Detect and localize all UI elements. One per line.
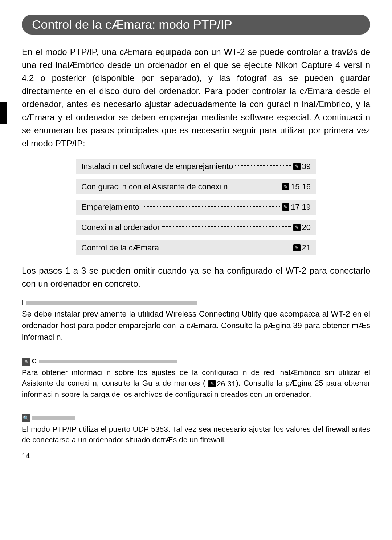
intro-paragraph: En el modo PTP/IP, una cÆmara equipada c…: [22, 45, 370, 150]
leader-dots: [230, 186, 280, 186]
side-tab: [0, 102, 7, 124]
step-row: Instalaci n del software de emparejamien…: [76, 159, 316, 174]
step-label: Con guraci n con el Asistente de conexi …: [81, 182, 228, 192]
page-title: Control de la cÆmara: modo PTP/IP: [22, 15, 370, 35]
step-pages: 21: [302, 243, 311, 253]
step-pages: 39: [302, 162, 311, 171]
note2-ref-pages: 26 31: [217, 378, 236, 389]
step-row: Control de la cÆmara ✎ 21: [76, 240, 316, 255]
page-ref-icon: ✎: [293, 163, 301, 170]
inline-page-ref: ✎ 26 31: [208, 378, 236, 389]
heading-rule: [32, 416, 75, 420]
step-pageref: ✎ 39: [293, 162, 311, 171]
step-label: Conexi n al ordenador: [81, 223, 160, 232]
step-row: Conexi n al ordenador ✎ 20: [76, 220, 316, 235]
note1-label: I: [22, 299, 24, 307]
note1-body: Se debe instalar previamente la utilidad…: [22, 308, 370, 343]
pencil-icon: ✎: [22, 358, 30, 366]
page-ref-icon: ✎: [282, 203, 289, 211]
note2-label: C: [32, 358, 37, 365]
step-row: Con guraci n con el Asistente de conexi …: [76, 179, 316, 194]
steps-list: Instalaci n del software de emparejamien…: [76, 159, 316, 255]
magnifier-icon: 🔍: [22, 414, 30, 422]
note1-heading: I: [22, 299, 370, 307]
note2-heading: ✎ C: [22, 358, 370, 366]
leader-dots: [162, 226, 291, 227]
leader-dots: [235, 165, 291, 166]
page-ref-icon: ✎: [293, 224, 301, 231]
leader-dots: [142, 206, 280, 207]
step-pageref: ✎ 20: [293, 223, 311, 232]
leader-dots: [161, 247, 291, 247]
step-pages: 17 19: [291, 202, 311, 212]
step-label: Emparejamiento: [81, 202, 139, 212]
page-ref-icon: ✎: [208, 380, 216, 387]
heading-rule: [26, 301, 197, 305]
heading-rule: [39, 360, 177, 363]
page-number-rule: 14: [22, 450, 40, 460]
step-pageref: ✎ 21: [293, 243, 311, 253]
step-pageref: ✎ 15 16: [282, 182, 311, 192]
step-pages: 20: [302, 223, 311, 232]
page-ref-icon: ✎: [293, 244, 301, 251]
step-label: Instalaci n del software de emparejamien…: [81, 162, 233, 171]
step-label: Control de la cÆmara: [81, 243, 159, 253]
after-steps-paragraph: Los pasos 1 a 3 se pueden omitir cuando …: [22, 264, 370, 290]
page-ref-icon: ✎: [282, 183, 289, 190]
step-pages: 15 16: [291, 182, 311, 192]
note3-body: El modo PTP/IP utiliza el puerto UDP 535…: [22, 424, 370, 445]
step-pageref: ✎ 17 19: [282, 202, 311, 212]
page-number: 14: [22, 452, 30, 460]
step-row: Emparejamiento ✎ 17 19: [76, 200, 316, 215]
note3-heading: 🔍: [22, 414, 370, 422]
note2-body: Para obtener informaci n sobre los ajust…: [22, 367, 370, 400]
